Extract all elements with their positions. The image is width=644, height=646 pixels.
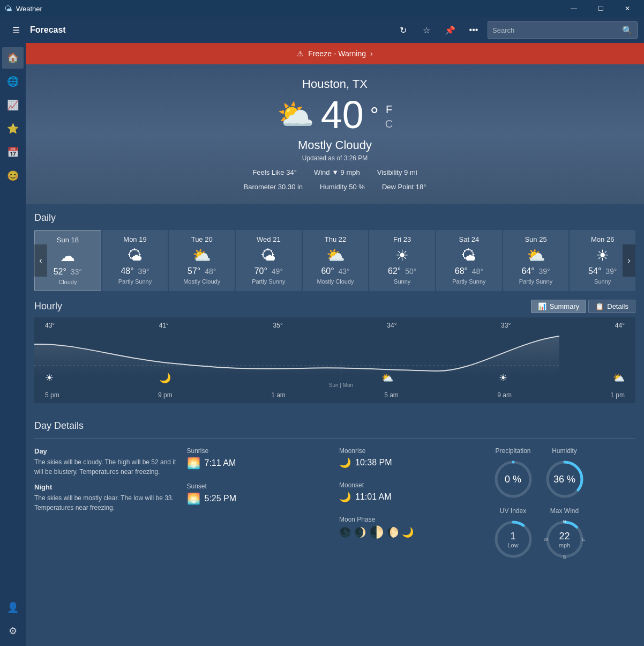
moon-phase-row: 🌑 🌒 🌓 🌔 🌙 [339,525,483,539]
uv-gauge: UV Index 1 Low [492,507,535,561]
sidebar-item-daily[interactable]: ⭐ [2,118,24,139]
dew-point-detail: Dew Point 18° [382,183,426,191]
main-layout: 🏠 🌐 📈 ⭐ 📅 😊 👤 ⚙ ⚠ Freeze - Warning › Hou… [0,43,644,646]
day-icon: ☁ [39,247,96,265]
day-low: 39° [539,267,550,276]
close-button[interactable]: ✕ [615,0,640,17]
sidebar-item-settings[interactable]: ⚙ [2,620,24,642]
day-low: 49° [272,267,283,276]
day-desc: Mostly Cloudy [307,278,364,285]
app-icon: 🌤 [4,4,12,13]
day-card-2[interactable]: Tue 20 ⛅ 57° 48° Mostly Cloudy [169,230,235,291]
daily-nav-left[interactable]: ‹ [34,244,47,277]
day-low: 48° [205,267,216,276]
details-button[interactable]: 📋 Details [588,300,635,313]
moonset-time: 11:01 AM [355,492,392,502]
day-desc: Cloudy [39,279,96,285]
day-card-7[interactable]: Sun 25 ⛅ 64° 39° Partly Sunny [503,230,569,291]
day-high: 48° [121,266,133,276]
sunrise-time: 7:11 AM [205,458,236,468]
freeze-warning[interactable]: ⚠ Freeze - Warning › [26,43,644,64]
moon-phase-4: 🌔 [387,526,399,538]
moon-phase-3: 🌓 [369,525,384,539]
daily-nav-right[interactable]: › [623,244,635,277]
day-card-6[interactable]: Sat 24 🌤 68° 48° Partly Sunny [436,230,502,291]
sidebar: 🏠 🌐 📈 ⭐ 📅 😊 👤 ⚙ [0,43,26,646]
maximize-button[interactable]: ☐ [588,0,613,17]
fahrenheit-button[interactable]: F [385,103,393,116]
toolbar: ☰ Forecast ↻ ☆ 📌 ••• 🔍 [0,17,644,43]
celsius-button[interactable]: C [385,118,393,130]
day-name: Thu 22 [307,235,364,243]
hourly-time-6: 1 pm [610,391,625,399]
search-input[interactable] [492,26,622,34]
daily-section: Daily ‹ Sun 18 ☁ 52° 33° Cloudy Mon 19 🌤… [26,204,644,291]
sunrise-icon: 🌅 [187,457,200,470]
day-card-1[interactable]: Mon 19 🌤 48° 39° Partly Sunny [102,230,168,291]
hourly-temp-5: 33° [501,322,511,329]
day-desc: Sunny [574,278,631,285]
day-card-3[interactable]: Wed 21 🌤 70° 49° Partly Sunny [236,230,302,291]
warning-text: Freeze - Warning [308,49,366,58]
hourly-icon-4: ⛅ [381,372,393,384]
day-card-5[interactable]: Fri 23 ☀ 62° 50° Sunny [369,230,435,291]
day-temps: 60° 43° [307,266,364,276]
sidebar-item-home[interactable]: 🏠 [2,47,24,69]
weather-details-row2: Barometer 30.30 in Humidity 50 % Dew Poi… [39,183,631,191]
day-card-4[interactable]: Thu 22 ⛅ 60° 43° Mostly Cloudy [303,230,369,291]
day-desc: Mostly Cloudy [173,278,230,285]
moon-phase-1: 🌑 [339,526,351,538]
refresh-button[interactable]: ↻ [393,20,413,40]
day-low: 39° [138,267,149,276]
wind-gauge-label: Max Wind [550,507,579,515]
day-temps: 64° 39° [507,266,565,276]
moon-phase-2: 🌒 [354,526,366,538]
sidebar-item-calendar[interactable]: 📅 [2,142,24,163]
day-desc: Partly Sunny [440,278,498,285]
toolbar-title: Forecast [30,25,66,35]
search-box[interactable]: 🔍 [488,21,638,39]
minimize-button[interactable]: — [561,0,586,17]
hourly-icon-5: ☀ [499,372,507,384]
day-icon: ⛅ [307,247,364,264]
temp-row: ⛅ 40 ° F C [39,95,631,134]
hourly-temp-3: 35° [273,322,283,329]
hourly-title: Hourly [34,301,531,312]
day-label: Day [34,447,178,455]
moonrise-icon: 🌙 [339,457,351,469]
favorite-button[interactable]: ☆ [417,20,436,40]
day-icon: 🌤 [440,247,498,264]
weather-details-row: Feels Like 34° Wind ▼ 9 mph Visibility 9… [39,168,631,176]
current-weather-icon: ⛅ [277,97,314,132]
day-temps: 70° 49° [240,266,297,276]
day-temps: 48° 39° [107,266,164,276]
hourly-icon-1: ☀ [45,372,54,384]
hourly-view-buttons: 📊 Summary 📋 Details [531,300,635,313]
content-area: ⚠ Freeze - Warning › Houston, TX ⛅ 40 ° … [26,43,644,646]
app-title: Weather [16,5,557,13]
day-temps: 57° 48° [173,266,230,276]
pin-button[interactable]: 📌 [440,20,460,40]
day-name: Mon 26 [574,235,631,243]
more-button[interactable]: ••• [464,20,483,40]
precip-label: Precipitation [495,447,530,455]
night-text: The skies will be mostly clear. The low … [34,493,178,513]
precip-value: 0 % [492,458,535,501]
sidebar-item-map[interactable]: 🌐 [2,71,24,92]
hourly-time-5: 9 am [497,391,512,399]
sidebar-item-hourly[interactable]: 📈 [2,94,24,116]
day-temps: 68° 48° [440,266,498,276]
day-name: Wed 21 [240,235,297,243]
day-high: 70° [254,266,267,276]
summary-button[interactable]: 📊 Summary [531,300,587,313]
sunrise-label: Sunrise [187,447,331,455]
day-desc: Partly Sunny [507,278,565,285]
menu-button[interactable]: ☰ [6,20,26,40]
city-name: Houston, TX [39,77,631,91]
sidebar-item-account[interactable]: 👤 [2,597,24,618]
hourly-time-4: 5 am [384,391,399,399]
sidebar-item-news[interactable]: 😊 [2,165,24,187]
precip-humidity-gauges: Precipitation 0 % [492,447,636,501]
precip-gauge: Precipitation 0 % [492,447,535,501]
hourly-temp-6: 44° [615,322,625,329]
